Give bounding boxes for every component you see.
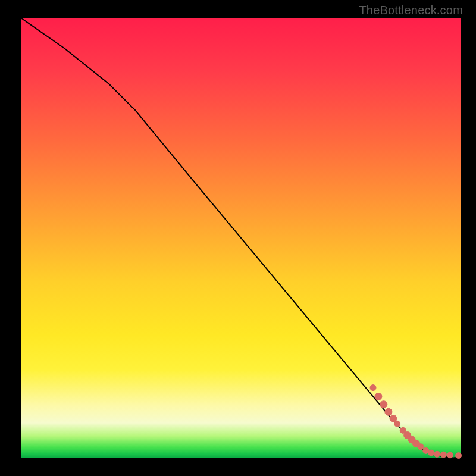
data-point (380, 401, 387, 408)
data-point (434, 451, 440, 457)
data-point (428, 450, 434, 456)
data-point (385, 408, 392, 415)
data-point (440, 452, 446, 458)
data-point (447, 452, 453, 458)
plot-area (21, 18, 461, 458)
data-point (370, 385, 376, 391)
data-point (394, 421, 400, 427)
data-point (456, 453, 462, 459)
bottleneck-curve (21, 18, 461, 458)
chart-frame: TheBottleneck.com (0, 0, 476, 476)
data-point (375, 393, 382, 400)
scatter-group (370, 385, 462, 459)
watermark-text: TheBottleneck.com (359, 4, 463, 17)
chart-overlay (21, 18, 461, 458)
data-point (418, 444, 424, 450)
